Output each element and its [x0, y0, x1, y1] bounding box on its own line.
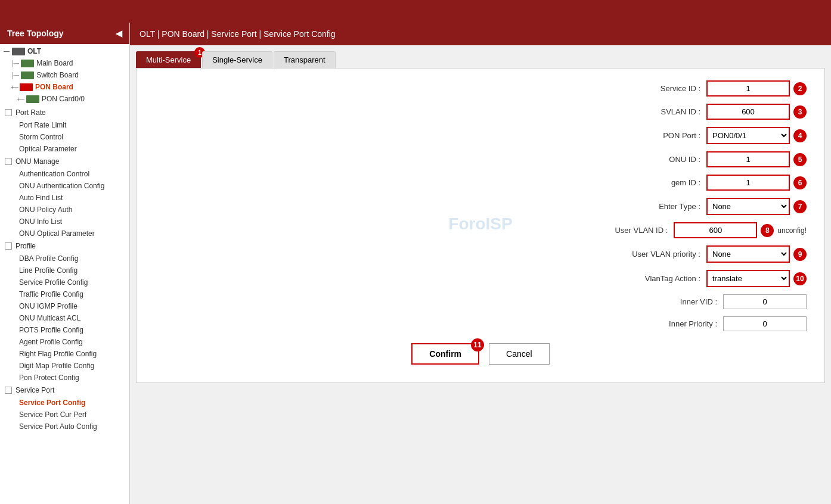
- label-vlantag-action: VlanTag Action :: [605, 274, 700, 283]
- nav-group-profile-label: Profile: [15, 242, 36, 250]
- input-gem-id[interactable]: [706, 175, 790, 191]
- nav-item-agent-profile[interactable]: Agent Profile Config: [0, 336, 129, 348]
- nav-item-storm-control[interactable]: Storm Control: [0, 131, 129, 143]
- nav-item-right-flag[interactable]: Right Flag Profile Config: [0, 348, 129, 360]
- form-row-inner-vid: Inner VID :: [154, 294, 807, 309]
- nav-item-onu-igmp[interactable]: ONU IGMP Profile: [0, 300, 129, 312]
- nav-section-profile: Profile DBA Profile Config Line Profile …: [0, 239, 129, 384]
- service-port-toggle-icon: [5, 387, 12, 394]
- nav-item-service-port-config[interactable]: Service Port Config: [0, 397, 129, 409]
- content-area: OLT | PON Board | Service Port | Service…: [130, 23, 831, 504]
- olt-label: OLT: [27, 47, 41, 55]
- switch-board-label: Switch Board: [36, 71, 79, 79]
- nav-group-port-rate-label: Port Rate: [15, 108, 46, 117]
- nav-item-optical-parameter[interactable]: Optical Parameter: [0, 143, 129, 155]
- tabs-container: Multi-Service 1 Single-Service Transpare…: [136, 51, 825, 68]
- nav-item-onu-info-list[interactable]: ONU Info List: [0, 216, 129, 228]
- form-row-svlan-id: SVLAN ID : 3: [154, 104, 807, 120]
- nav-item-onu-policy-auth[interactable]: ONU Policy Auth: [0, 204, 129, 216]
- nav-group-onu-manage[interactable]: ONU Manage: [0, 155, 129, 168]
- breadcrumb-text: OLT | PON Board | Service Port | Service…: [139, 29, 336, 39]
- tree-item-olt[interactable]: — OLT: [0, 45, 129, 57]
- form-row-gem-id: gem ID : 6: [154, 175, 807, 191]
- tree-item-pon-board[interactable]: +─ PON Board: [0, 81, 129, 93]
- button-row: Confirm 11 Cancel: [154, 343, 807, 365]
- form-row-vlantag-action: VlanTag Action : translate add transpare…: [154, 270, 807, 287]
- nav-item-dba-profile[interactable]: DBA Profile Config: [0, 253, 129, 265]
- form-row-service-id: Service ID : 2: [154, 80, 807, 97]
- nav-item-service-port-auto[interactable]: Service Port Auto Config: [0, 421, 129, 433]
- nav-item-port-rate-limit[interactable]: Port Rate Limit: [0, 119, 129, 131]
- nav-item-auto-find-list[interactable]: Auto Find List: [0, 192, 129, 204]
- breadcrumb: OLT | PON Board | Service Port | Service…: [130, 23, 831, 45]
- select-ehter-type[interactable]: None IPv4 IPv6: [706, 198, 790, 215]
- nav-item-onu-auth-config[interactable]: ONU Authentication Config: [0, 180, 129, 192]
- tab-single-service[interactable]: Single-Service: [202, 51, 272, 68]
- confirm-button[interactable]: Confirm 11: [411, 343, 479, 365]
- badge-gem-id: 6: [793, 176, 807, 189]
- tree-olt-root: — OLT ├─ Main Board ├─ Switch Board +─ P…: [0, 44, 129, 106]
- label-inner-vid: Inner VID :: [622, 297, 717, 306]
- badge-vlantag-action: 10: [793, 272, 807, 285]
- badge-onu-id: 5: [793, 153, 807, 166]
- label-user-vlan-id: User VLAN ID :: [572, 226, 668, 235]
- select-vlantag-action[interactable]: translate add transparent: [706, 270, 790, 287]
- nav-item-authentication-control[interactable]: Authentication Control: [0, 168, 129, 180]
- nav-item-onu-optical-parameter[interactable]: ONU Optical Parameter: [0, 228, 129, 239]
- tab-transparent[interactable]: Transparent: [274, 51, 336, 68]
- tree-item-pon-card[interactable]: +─ PON Card0/0: [0, 93, 129, 105]
- input-svlan-id[interactable]: [706, 104, 790, 120]
- nav-item-line-profile[interactable]: Line Profile Config: [0, 265, 129, 276]
- input-inner-vid[interactable]: [723, 294, 807, 309]
- badge-user-vlan-priority: 9: [793, 248, 807, 261]
- olt-icon: [12, 48, 25, 55]
- badge-ehter-type: 7: [793, 200, 807, 213]
- select-pon-port[interactable]: PON0/0/1 PON0/0/2: [706, 127, 790, 144]
- nav-item-digit-map[interactable]: Digit Map Profile Config: [0, 360, 129, 372]
- input-onu-id[interactable]: [706, 151, 790, 167]
- tree-collapse-icon[interactable]: ◀: [116, 29, 122, 38]
- nav-item-traffic-profile[interactable]: Traffic Profile Config: [0, 288, 129, 300]
- profile-toggle-icon: [5, 242, 12, 250]
- tree-topology-title: Tree Topology: [7, 29, 64, 38]
- tab-multi-service-label: Multi-Service: [146, 55, 191, 64]
- input-user-vlan-id[interactable]: [674, 222, 757, 238]
- nav-group-profile[interactable]: Profile: [0, 239, 129, 253]
- input-service-id[interactable]: [706, 80, 790, 97]
- tab-multi-service[interactable]: Multi-Service 1: [136, 51, 201, 68]
- nav-item-pon-protect[interactable]: Pon Protect Config: [0, 372, 129, 384]
- nav-group-service-port[interactable]: Service Port: [0, 384, 129, 397]
- form-row-user-vlan-priority: User VLAN priority : None 0123 4567 9: [154, 245, 807, 263]
- nav-item-pots-profile[interactable]: POTS Profile Config: [0, 324, 129, 336]
- select-user-vlan-priority[interactable]: None 0123 4567: [706, 245, 790, 263]
- confirm-badge: 11: [471, 338, 484, 351]
- label-pon-port: PON Port :: [605, 131, 700, 140]
- confirm-label: Confirm: [429, 349, 461, 359]
- nav-item-onu-multicast[interactable]: ONU Multicast ACL: [0, 312, 129, 324]
- form-row-ehter-type: Ehter Type : None IPv4 IPv6 7: [154, 198, 807, 215]
- tree-item-main-board[interactable]: ├─ Main Board: [0, 57, 129, 69]
- tree-topology-header[interactable]: Tree Topology ◀: [0, 23, 129, 44]
- pon-board-label: PON Board: [35, 83, 73, 91]
- nav-group-port-rate[interactable]: Port Rate: [0, 106, 129, 119]
- nav-group-service-port-label: Service Port: [15, 386, 54, 394]
- tab-transparent-label: Transparent: [284, 55, 325, 64]
- onu-manage-toggle-icon: [5, 158, 12, 165]
- label-svlan-id: SVLAN ID :: [605, 107, 700, 116]
- nav-item-service-port-cur-perf[interactable]: Service Port Cur Perf: [0, 409, 129, 421]
- cancel-button[interactable]: Cancel: [489, 343, 550, 365]
- tree-item-switch-board[interactable]: ├─ Switch Board: [0, 69, 129, 81]
- badge-svlan-id: 3: [793, 105, 807, 119]
- label-ehter-type: Ehter Type :: [605, 202, 700, 211]
- label-inner-priority: Inner Priority :: [622, 319, 717, 328]
- sidebar: Tree Topology ◀ — OLT ├─ Main Board ├─ S…: [0, 23, 130, 504]
- form-row-inner-priority: Inner Priority :: [154, 316, 807, 331]
- tab-single-service-label: Single-Service: [212, 55, 262, 64]
- label-service-id: Service ID :: [605, 84, 700, 93]
- cancel-label: Cancel: [506, 349, 532, 359]
- input-inner-priority[interactable]: [723, 316, 807, 331]
- app-top-bar: [0, 0, 831, 23]
- badge-user-vlan-id: 8: [761, 224, 774, 237]
- pon-board-icon: [20, 83, 33, 91]
- nav-item-service-profile[interactable]: Service Profile Config: [0, 276, 129, 288]
